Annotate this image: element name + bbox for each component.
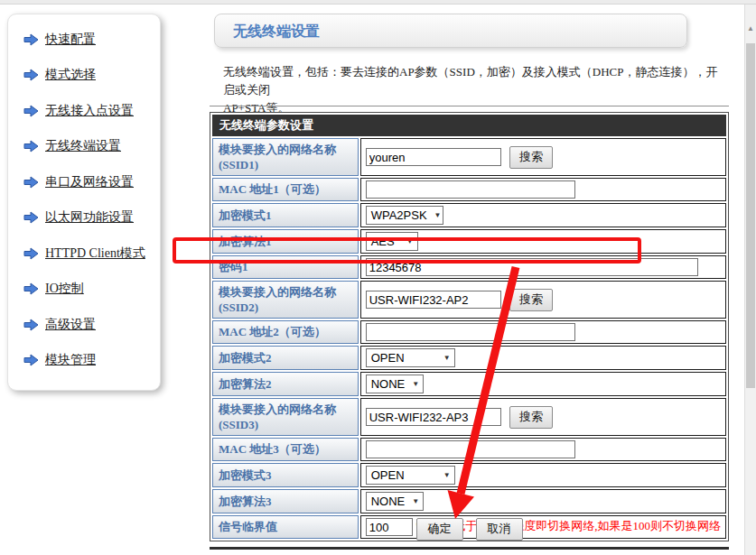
sidebar-item-module-management[interactable]: 模块管理 — [8, 343, 160, 379]
sidebar-item-label: HTTPD Client模式 — [45, 245, 145, 262]
ok-button[interactable]: 确定 — [416, 518, 463, 541]
encryption-mode1-label: 加密模式1 — [212, 203, 359, 227]
cancel-button[interactable]: 取消 — [476, 518, 523, 541]
table-row: MAC 地址1（可选） — [212, 178, 726, 201]
form-actions: 确定 取消 — [210, 518, 729, 541]
sidebar-item-sta-settings[interactable]: 无线终端设置 — [8, 129, 160, 165]
chevron-down-icon: ▼ — [443, 354, 451, 362]
selected-value: AES — [371, 235, 395, 248]
sidebar-item-label: 无线接入点设置 — [45, 103, 134, 119]
chevron-down-icon: ▼ — [412, 380, 419, 388]
table-header: 无线终端参数设置 — [212, 115, 726, 136]
description-line: 无线终端设置，包括：要去连接的AP参数（SSID，加密）及接入模式（DHCP，静… — [223, 63, 720, 99]
sidebar-item-label: IO控制 — [45, 281, 84, 297]
table-row: 加密算法2 NONE ▼ — [212, 372, 726, 396]
selected-value: WPA2PSK — [371, 208, 427, 222]
table-row: 加密算法1 AES ▼ — [212, 229, 726, 254]
sidebar-item-io-control[interactable]: IO控制 — [8, 272, 160, 308]
table-row: 模块要接入的网络名称(SSID2) 搜索 — [212, 281, 726, 319]
bottom-divider — [210, 547, 729, 550]
sidebar-item-ethernet[interactable]: 以太网功能设置 — [8, 200, 160, 236]
sidebar-item-label: 模块管理 — [45, 352, 96, 368]
mac3-input[interactable] — [366, 440, 575, 458]
encryption-mode3-label: 加密模式3 — [212, 463, 359, 487]
selected-value: OPEN — [371, 468, 405, 482]
arrow-right-icon — [23, 105, 39, 117]
table-row: 密码1 — [212, 255, 726, 279]
ssid1-label: 模块要接入的网络名称(SSID1) — [212, 138, 359, 176]
ssid3-label: 模块要接入的网络名称(SSID3) — [212, 398, 359, 436]
sidebar-item-label: 模式选择 — [45, 67, 96, 83]
encryption-algorithm2-select[interactable]: NONE ▼ — [366, 375, 424, 393]
chevron-down-icon: ▼ — [412, 497, 419, 505]
scrollbar[interactable]: ▲ — [744, 5, 756, 555]
arrow-right-icon — [23, 69, 39, 81]
sidebar: 快速配置 模式选择 无线接入点设置 无线终端设置 串口及网络设置 以太网功能设置… — [7, 14, 161, 391]
sidebar-item-httpd-client[interactable]: HTTPD Client模式 — [8, 236, 160, 272]
sidebar-item-advanced[interactable]: 高级设置 — [8, 307, 160, 343]
sidebar-item-ap-settings[interactable]: 无线接入点设置 — [8, 93, 160, 129]
page-title: 无线终端设置 — [233, 23, 686, 42]
sidebar-item-quick-config[interactable]: 快速配置 — [8, 22, 160, 58]
mac2-label: MAC 地址2（可选） — [212, 320, 359, 344]
ssid2-search-button[interactable]: 搜索 — [509, 289, 553, 311]
scrollbar-thumb[interactable] — [746, 43, 755, 388]
password1-input[interactable] — [366, 258, 698, 276]
chevron-down-icon: ▼ — [434, 211, 442, 219]
table-row: MAC 地址2（可选） — [212, 320, 726, 344]
table-row: 加密模式3 OPEN ▼ — [212, 463, 726, 487]
selected-value: NONE — [371, 495, 406, 508]
encryption-algorithm3-select[interactable]: NONE ▼ — [366, 492, 424, 511]
mac3-label: MAC 地址3（可选） — [212, 438, 359, 461]
sta-settings-table: 无线终端参数设置 模块要接入的网络名称(SSID1) 搜索 MAC 地址1（可选… — [210, 112, 729, 541]
arrow-right-icon — [23, 33, 39, 46]
arrow-right-icon — [23, 211, 39, 224]
page-description: 无线终端设置，包括：要去连接的AP参数（SSID，加密）及接入模式（DHCP，静… — [223, 63, 720, 117]
arrow-right-icon — [23, 282, 39, 295]
selected-value: NONE — [371, 377, 406, 391]
arrow-right-icon — [23, 319, 39, 331]
arrow-right-icon — [23, 354, 39, 366]
ssid1-search-button[interactable]: 搜索 — [509, 146, 553, 169]
mac2-input[interactable] — [366, 323, 575, 341]
encryption-mode1-select[interactable]: WPA2PSK ▼ — [366, 206, 443, 225]
ssid3-search-button[interactable]: 搜索 — [509, 406, 553, 429]
encryption-mode2-select[interactable]: OPEN ▼ — [366, 348, 455, 367]
mac1-label: MAC 地址1（可选） — [212, 178, 359, 201]
sidebar-item-label: 无线终端设置 — [45, 138, 121, 154]
ssid2-label: 模块要接入的网络名称(SSID2) — [212, 281, 359, 319]
sidebar-item-label: 高级设置 — [45, 317, 96, 333]
sidebar-item-uart-network[interactable]: 串口及网络设置 — [8, 164, 160, 200]
table-header-row: 无线终端参数设置 — [212, 115, 726, 136]
password1-label: 密码1 — [212, 255, 359, 279]
sidebar-item-label: 串口及网络设置 — [45, 174, 134, 190]
encryption-mode2-label: 加密模式2 — [212, 346, 359, 370]
mac1-input[interactable] — [366, 180, 575, 199]
table-row: 模块要接入的网络名称(SSID1) 搜索 — [212, 138, 726, 176]
chevron-down-icon: ▼ — [443, 471, 451, 479]
divider — [210, 106, 729, 106]
selected-value: OPEN — [371, 351, 405, 365]
sidebar-item-label: 以太网功能设置 — [45, 209, 134, 226]
table-row: 加密模式2 OPEN ▼ — [212, 346, 726, 370]
encryption-algorithm2-label: 加密算法2 — [212, 372, 359, 396]
chevron-down-icon: ▼ — [406, 237, 414, 245]
page-title-box: 无线终端设置 — [214, 14, 687, 48]
ssid3-input[interactable] — [366, 408, 501, 426]
table-row: 加密算法3 NONE ▼ — [212, 489, 726, 513]
sidebar-item-label: 快速配置 — [45, 32, 96, 48]
arrow-right-icon — [23, 176, 39, 189]
table-row: 加密模式1 WPA2PSK ▼ — [212, 203, 726, 227]
page: 快速配置 模式选择 无线接入点设置 无线终端设置 串口及网络设置 以太网功能设置… — [0, 0, 756, 555]
scroll-up-arrow-icon[interactable]: ▲ — [745, 24, 756, 32]
table-row: MAC 地址3（可选） — [212, 438, 726, 461]
arrow-right-icon — [23, 247, 39, 260]
browser-chrome-strip — [0, 0, 756, 5]
encryption-algorithm1-select[interactable]: AES ▼ — [366, 232, 418, 251]
ssid2-input[interactable] — [366, 291, 501, 309]
encryption-algorithm1-label: 加密算法1 — [212, 229, 359, 254]
sidebar-item-mode-select[interactable]: 模式选择 — [8, 58, 160, 94]
arrow-right-icon — [23, 140, 39, 153]
ssid1-input[interactable] — [366, 148, 501, 166]
encryption-mode3-select[interactable]: OPEN ▼ — [366, 466, 455, 485]
